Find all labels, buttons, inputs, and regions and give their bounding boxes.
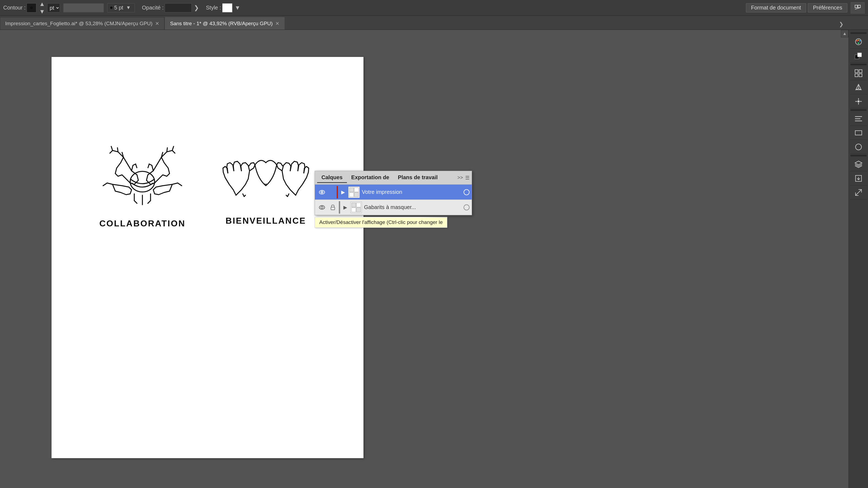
- flower-icon[interactable]: [850, 94, 867, 108]
- svg-rect-18: [356, 208, 361, 212]
- svg-point-21: [859, 40, 861, 41]
- grid-icon[interactable]: [850, 66, 867, 80]
- opacite-expand-btn[interactable]: ❯: [193, 4, 200, 11]
- layer-row-gabarits[interactable]: ▶ Gabarits à masquer...: [315, 200, 472, 215]
- svg-rect-27: [859, 70, 862, 73]
- svg-point-20: [856, 40, 858, 41]
- sidebar-sep-2: [850, 64, 867, 65]
- sidebar-sep-4: [850, 155, 867, 156]
- style-swatch[interactable]: [222, 3, 232, 12]
- layer-expand-0[interactable]: ▶: [340, 189, 346, 195]
- layers-icon[interactable]: [850, 157, 867, 171]
- svg-rect-17: [351, 208, 356, 212]
- tab-1-close[interactable]: ✕: [275, 21, 279, 26]
- stroke-options-bar: [63, 3, 104, 12]
- layers-menu-icon: ☰: [465, 175, 469, 181]
- svg-line-41: [856, 190, 862, 195]
- collaboration-label: COLLABORATION: [84, 219, 201, 229]
- layer-row-votre-impression[interactable]: ▶ Votre impression: [315, 185, 472, 200]
- arrondi-expand-btn[interactable]: ▼: [125, 5, 132, 10]
- layers-tab-calques[interactable]: Calques: [317, 173, 347, 183]
- tab-0[interactable]: Impression_cartes_Foglietto.ai* @ 53,28%…: [0, 17, 164, 30]
- style-label: Style :: [206, 5, 221, 11]
- svg-rect-36: [855, 131, 862, 135]
- svg-rect-26: [855, 70, 858, 73]
- style-group: Style : ▼: [206, 3, 241, 12]
- tooltip-text: Activer/Désactiver l'affichage (Ctrl-cli…: [319, 219, 443, 225]
- svg-point-22: [858, 42, 859, 44]
- layer-name-0: Votre impression: [362, 189, 461, 195]
- layers-expand-btn[interactable]: >> ☰: [457, 175, 469, 181]
- bienveillance-group: BIENVEILLANCE: [208, 141, 324, 226]
- layers-panel-tabs: Calques Exportation de Plans de travail …: [315, 171, 472, 185]
- arrondi-group: 5 pt ▼: [107, 3, 135, 12]
- circle-icon[interactable]: [850, 140, 867, 154]
- svg-rect-7: [349, 188, 354, 192]
- opacite-label: Opacité :: [142, 5, 163, 11]
- opacite-group: Opacité : 100% ❯: [142, 3, 200, 12]
- layer-accent-1: [339, 201, 340, 214]
- export-icon[interactable]: [850, 171, 867, 186]
- layer-target-1[interactable]: [464, 204, 469, 210]
- tabs-row: Impression_cartes_Foglietto.ai* @ 53,28%…: [0, 16, 868, 30]
- arrange-icon[interactable]: [850, 2, 865, 13]
- color-swatch-icon[interactable]: [850, 49, 867, 63]
- layer-eye-btn-1[interactable]: [317, 202, 327, 212]
- tab-1-label: Sans titre - 1* @ 43,92% (RVB/Aperçu GPU…: [170, 21, 273, 27]
- layers-panel: Calques Exportation de Plans de travail …: [315, 171, 472, 215]
- color-palette-icon[interactable]: [850, 35, 867, 49]
- brush-icon[interactable]: [850, 80, 867, 94]
- main-area: ▲: [0, 30, 868, 488]
- style-expand-btn[interactable]: ▼: [234, 4, 242, 11]
- svg-rect-25: [858, 53, 862, 57]
- layer-target-0[interactable]: [464, 189, 469, 195]
- svg-rect-15: [351, 203, 356, 207]
- stroke-down-btn[interactable]: ▼: [38, 8, 46, 15]
- scroll-up-btn[interactable]: ▲: [841, 30, 848, 37]
- tooltip-bar: Activer/Désactiver l'affichage (Ctrl-cli…: [315, 217, 447, 228]
- rectangle-icon[interactable]: [850, 126, 867, 140]
- layer-thumb-0: [348, 187, 360, 198]
- preferences-btn[interactable]: Préférences: [808, 3, 847, 12]
- format-document-btn[interactable]: Format de document: [746, 3, 806, 12]
- svg-rect-16: [356, 203, 361, 207]
- svg-point-32: [858, 100, 860, 102]
- layer-expand-1[interactable]: ▶: [342, 204, 348, 210]
- canvas-area: ▲: [0, 30, 848, 488]
- stroke-preview: [27, 3, 36, 12]
- opacite-input[interactable]: 100%: [165, 3, 192, 12]
- layers-more-icon: >>: [457, 175, 463, 181]
- svg-rect-9: [349, 193, 354, 197]
- right-sidebar: [848, 30, 868, 488]
- layers-tab-plans[interactable]: Plans de travail: [394, 173, 442, 183]
- toolbar: Contour : ▲ ▼ pt 5 pt ▼ Opacité : 100% ❯…: [0, 0, 868, 16]
- collaboration-illustration: [91, 135, 194, 214]
- contour-label: Contour :: [3, 5, 26, 11]
- contour-group: Contour : ▲ ▼ pt: [3, 1, 60, 15]
- svg-point-12: [321, 206, 323, 208]
- layer-eye-btn-0[interactable]: [317, 187, 327, 197]
- arrondi-dot: [110, 6, 113, 9]
- layer-name-1: Gabarits à masquer...: [364, 204, 461, 210]
- tab-0-close[interactable]: ✕: [155, 21, 159, 26]
- artboard: COLLABORATION: [52, 57, 364, 458]
- arrondi-value: 5 pt: [114, 5, 123, 11]
- bienveillance-label: BIENVEILLANCE: [208, 216, 324, 226]
- svg-rect-29: [859, 74, 862, 77]
- tabs-overflow-btn[interactable]: ❯: [839, 21, 844, 27]
- svg-rect-13: [331, 207, 335, 210]
- layer-lock-btn-1[interactable]: [329, 204, 337, 211]
- stroke-dot: [30, 6, 33, 9]
- sidebar-sep-1: [850, 32, 867, 34]
- stroke-up-btn[interactable]: ▲: [38, 1, 46, 8]
- svg-marker-38: [855, 161, 862, 165]
- layer-thumb-1: [350, 202, 362, 213]
- stroke-unit-select[interactable]: pt: [47, 3, 60, 12]
- layers-tab-export[interactable]: Exportation de: [347, 173, 394, 183]
- align-icon[interactable]: [850, 112, 867, 126]
- sidebar-sep-3: [850, 109, 867, 111]
- svg-rect-10: [354, 193, 359, 197]
- tab-1[interactable]: Sans titre - 1* @ 43,92% (RVB/Aperçu GPU…: [165, 17, 284, 30]
- svg-point-23: [858, 40, 859, 41]
- resize-icon[interactable]: [850, 186, 867, 199]
